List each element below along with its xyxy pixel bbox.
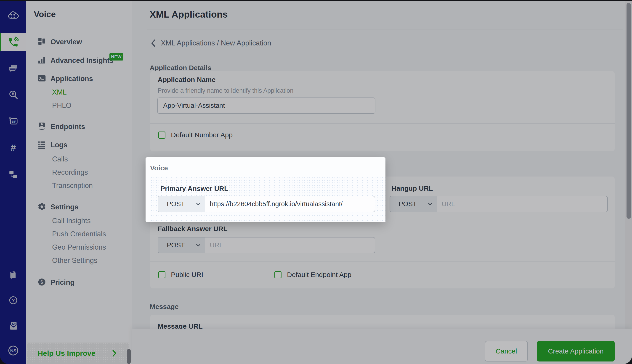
voice-spotlight-panel: Voice Primary Answer URL POST xyxy=(146,157,385,222)
chevron-down-icon xyxy=(196,202,201,206)
voice-section-heading: Voice xyxy=(150,164,168,172)
primary-answer-url-label: Primary Answer URL xyxy=(160,185,228,192)
screen-corner xyxy=(0,356,8,364)
primary-url-group: POST xyxy=(158,196,375,212)
screen-corner xyxy=(624,356,632,364)
voice-card-highlight: Primary Answer URL POST xyxy=(150,176,385,222)
primary-url-input[interactable] xyxy=(205,196,375,212)
plivo-console-page: # SIP # xyxy=(0,0,632,364)
primary-method-select[interactable]: POST xyxy=(158,196,205,212)
primary-method-value: POST xyxy=(167,200,185,208)
